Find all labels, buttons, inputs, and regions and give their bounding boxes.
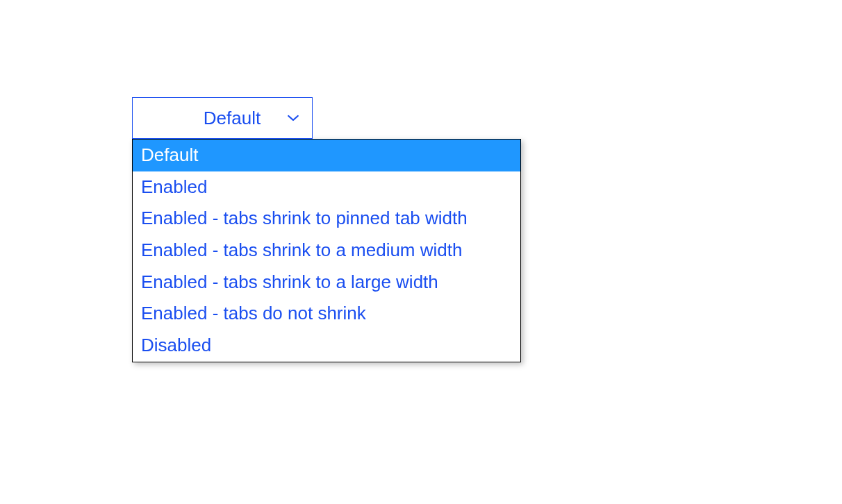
dropdown-option-enabled[interactable]: Enabled: [133, 171, 520, 203]
dropdown-container: Default Default Enabled Enabled - tabs s…: [132, 97, 521, 362]
dropdown-option-enabled-noshrink[interactable]: Enabled - tabs do not shrink: [133, 298, 520, 330]
chevron-down-icon: [287, 112, 299, 124]
dropdown-option-enabled-pinned[interactable]: Enabled - tabs shrink to pinned tab widt…: [133, 203, 520, 235]
dropdown-option-disabled[interactable]: Disabled: [133, 330, 520, 362]
dropdown-option-default[interactable]: Default: [133, 140, 520, 171]
dropdown-option-enabled-medium[interactable]: Enabled - tabs shrink to a medium width: [133, 235, 520, 267]
dropdown-option-enabled-large[interactable]: Enabled - tabs shrink to a large width: [133, 267, 520, 299]
dropdown-select[interactable]: Default: [132, 97, 313, 139]
dropdown-list: Default Enabled Enabled - tabs shrink to…: [132, 139, 521, 362]
dropdown-selected-value: Default: [133, 108, 312, 129]
